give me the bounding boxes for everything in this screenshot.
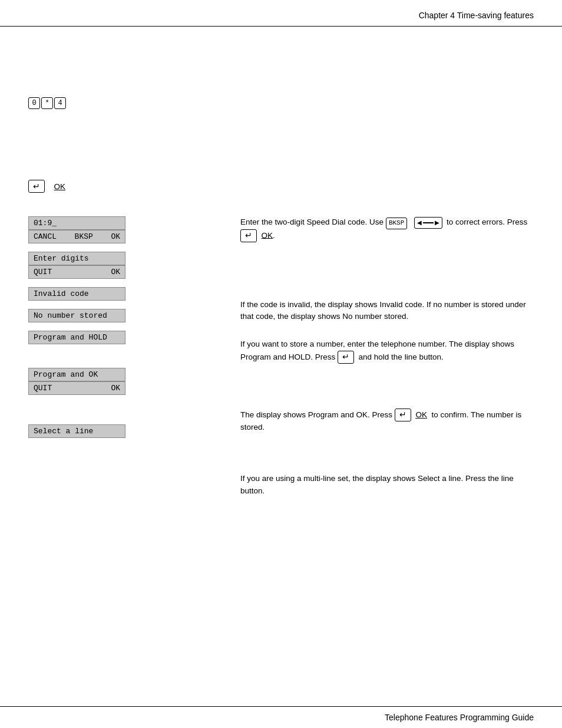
lcd-ok-2: OK <box>111 268 120 276</box>
bksp-arrow-key: ◀ ▶ <box>414 217 442 229</box>
lcd-bksp-1: BKSP <box>75 232 93 241</box>
key-sequence-section: 0 * 4 <box>28 50 534 109</box>
enter-ok-section: ↵ OK <box>28 180 534 193</box>
lcd-select-line: Select a line <box>28 424 125 438</box>
bksp-key-inline: BKSP <box>386 218 407 229</box>
right-para-4: The display shows Program and OK. Press … <box>240 409 534 434</box>
lcd-display-cancl-ok: CANCL BKSP OK <box>28 230 125 243</box>
right-para-5: If you are using a multi-line set, the d… <box>240 473 534 498</box>
lcd-group-1: 01:9_ CANCL BKSP OK <box>28 216 125 243</box>
lcd-group-2: Enter digits QUIT OK <box>28 252 125 279</box>
main-layout: 01:9_ CANCL BKSP OK Enter digits QUIT OK <box>28 216 534 507</box>
lcd-group-3: Program and OK QUIT OK <box>28 368 125 395</box>
page-footer: Telephone Features Programming Guide <box>0 706 562 728</box>
key-group-sequence: 0 * 4 <box>28 97 66 109</box>
lcd-quit-ok-2: QUIT OK <box>28 381 125 395</box>
lcd-quit-1: QUIT <box>34 268 52 276</box>
dash-line-icon <box>423 222 434 223</box>
page-header: Chapter 4 Time-saving features <box>0 0 562 27</box>
key-4: 4 <box>54 97 66 109</box>
ok-label-2: OK <box>262 230 273 239</box>
lcd-cancl: CANCL <box>34 232 57 241</box>
key-0: 0 <box>28 97 40 109</box>
page-content: 0 * 4 ↵ OK 01:9_ CANCL BKSP OK <box>0 27 562 531</box>
lcd-ok-1: OK <box>111 232 120 241</box>
ok-label-3: OK <box>415 410 427 419</box>
lcd-no-number: No number stored <box>28 309 125 322</box>
lcd-invalid-code: Invalid code <box>28 287 125 301</box>
arrow-left-icon: ◀ <box>417 218 422 228</box>
enter-key-1: ↵ <box>28 180 45 193</box>
lcd-display-code: 01:9_ <box>28 216 125 230</box>
footer-title: Telephone Features Programming Guide <box>385 713 534 722</box>
lcd-quit-ok-1: QUIT OK <box>28 265 125 279</box>
right-para-2: If the code is invalid, the display show… <box>240 299 534 324</box>
lcd-ok-3: OK <box>111 384 120 393</box>
arrow-right-icon: ▶ <box>435 218 439 228</box>
left-panel: 01:9_ CANCL BKSP OK Enter digits QUIT OK <box>28 216 229 507</box>
lcd-enter-digits: Enter digits <box>28 252 125 265</box>
enter-key-3: ↵ <box>338 351 354 364</box>
lcd-quit-2: QUIT <box>34 384 52 393</box>
right-para-1: Enter the two-digit Speed Dial code. Use… <box>240 216 534 242</box>
right-para-3: If you want to store a number, enter the… <box>240 338 534 364</box>
right-panel: Enter the two-digit Speed Dial code. Use… <box>229 216 534 507</box>
key-star: * <box>41 97 53 109</box>
lcd-program-ok: Program and OK <box>28 368 125 381</box>
chapter-title: Chapter 4 Time-saving features <box>419 11 534 20</box>
enter-key-4: ↵ <box>395 409 411 421</box>
ok-label-1: OK <box>54 182 66 191</box>
lcd-program-hold: Program and HOLD <box>28 331 125 344</box>
enter-key-2: ↵ <box>240 229 257 242</box>
